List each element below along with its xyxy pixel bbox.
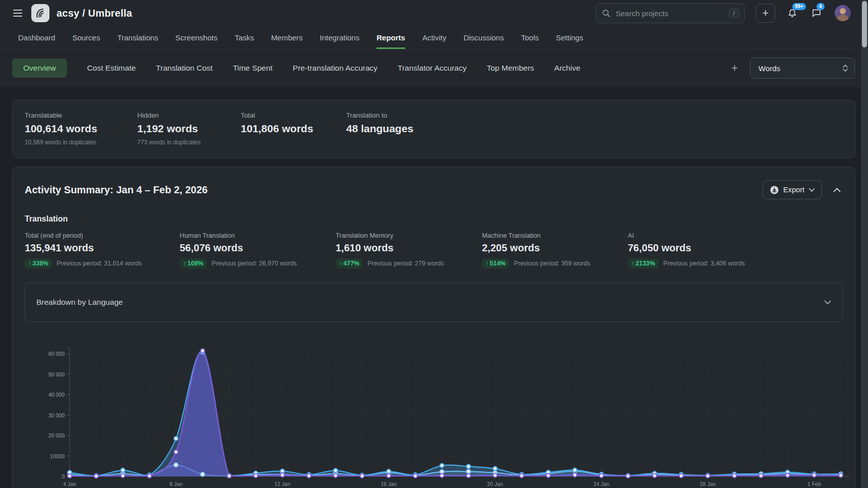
delta-badge: ↑108%	[180, 258, 207, 268]
activity-summary-title: Activity Summary: Jan 4 – Feb 2, 2026	[25, 184, 207, 196]
report-tab-top-members[interactable]: Top Members	[486, 59, 534, 78]
nav-tab-activity[interactable]: Activity	[422, 26, 447, 49]
translation-stat-label: Machine Translation	[482, 232, 628, 239]
translation-stat-meta: ↑2133%Previous period: 3,406 words	[628, 258, 843, 268]
search-box[interactable]: /	[595, 3, 745, 23]
report-tab-pre-translation-accuracy[interactable]: Pre-translation Accuracy	[293, 59, 377, 78]
nav-tab-translations[interactable]: Translations	[117, 26, 158, 49]
activity-head: Activity Summary: Jan 4 – Feb 2, 2026 Ex…	[25, 180, 843, 199]
summary-stat-translatable: Translatable100,614 words10,569 words in…	[25, 112, 137, 146]
project-words-summary-card: Translatable100,614 words10,569 words in…	[12, 100, 855, 158]
primary-nav: DashboardSourcesTranslationsScreenshotsT…	[0, 26, 868, 49]
report-tab-overview[interactable]: Overview	[12, 59, 67, 78]
nav-tab-discussions[interactable]: Discussions	[463, 26, 504, 49]
summary-stat-value: 1,192 words	[137, 123, 241, 135]
summary-stat-label: Total	[241, 112, 346, 119]
svg-text:40 000: 40 000	[48, 392, 65, 398]
svg-text:28 Jan: 28 Jan	[700, 481, 716, 487]
content: Translatable100,614 words10,569 words in…	[0, 100, 868, 488]
notifications-button[interactable]: 99+	[786, 7, 799, 20]
nav-tab-screenshots[interactable]: Screenshots	[176, 26, 218, 49]
page: acsy / Umbrella / + 99+	[0, 0, 868, 488]
translation-stat-meta: ↑108%Previous period: 26,970 words	[180, 258, 336, 268]
nav-tab-reports[interactable]: Reports	[376, 26, 405, 49]
add-project-button[interactable]: +	[756, 4, 775, 23]
collapse-section-button[interactable]	[831, 184, 843, 196]
svg-text:50 000: 50 000	[48, 371, 65, 377]
nav-tab-dashboard[interactable]: Dashboard	[18, 26, 55, 49]
delta-badge: ↑514%	[482, 258, 509, 268]
translation-stat-value: 2,205 words	[482, 242, 628, 254]
svg-text:60 000: 60 000	[48, 351, 65, 357]
summary-stat-value: 101,806 words	[241, 123, 346, 135]
summary-stat-value: 48 languages	[346, 123, 843, 135]
report-tab-cost-estimate[interactable]: Cost Estimate	[87, 59, 136, 78]
translation-stat-label: Translation Memory	[336, 232, 482, 239]
summary-stat-subtext: 10,569 words in duplicates	[25, 139, 137, 146]
summary-stat-total: Total101,806 words	[241, 112, 346, 146]
messages-button[interactable]: 4	[810, 7, 824, 20]
topbar-right: / + 99+ 4	[595, 3, 851, 23]
breakdown-label: Breakdown by Language	[36, 298, 123, 307]
translation-stat-label: Total (end of period)	[25, 232, 180, 239]
translation-stat-translation-memory: Translation Memory1,610 words↑477%Previo…	[336, 232, 482, 268]
activity-area-chart: 01000020 00030 00040 00050 00060 0004 Ja…	[25, 333, 855, 488]
translation-stat-meta: ↑477%Previous period: 279 words	[336, 258, 482, 268]
previous-period-text: Previous period: 31,014 words	[57, 260, 142, 267]
arrow-up-icon: ↑	[28, 260, 31, 267]
nav-tab-sources[interactable]: Sources	[72, 26, 100, 49]
scrollbar-thumb[interactable]	[862, 1, 867, 47]
previous-period-text: Previous period: 359 words	[514, 260, 590, 267]
report-tab-translator-accuracy[interactable]: Translator Accuracy	[398, 59, 466, 78]
svg-text:20 000: 20 000	[48, 432, 65, 439]
arrow-up-icon: ↑	[631, 260, 634, 267]
svg-text:20 Jan: 20 Jan	[487, 481, 503, 487]
delta-badge: ↑338%	[25, 258, 52, 268]
bird-logo-icon	[34, 7, 46, 19]
nav-tab-tasks[interactable]: Tasks	[235, 26, 254, 49]
svg-text:24 Jan: 24 Jan	[593, 481, 610, 487]
activity-summary-card: Activity Summary: Jan 4 – Feb 2, 2026 Ex…	[12, 167, 855, 488]
translation-stat-machine-translation: Machine Translation2,205 words↑514%Previ…	[482, 232, 628, 268]
svg-text:12 Jan: 12 Jan	[275, 481, 291, 487]
export-label: Export	[783, 186, 804, 194]
app-logo[interactable]	[31, 4, 49, 22]
search-input[interactable]	[615, 9, 725, 18]
svg-text:10000: 10000	[50, 453, 65, 459]
breakdown-by-language-toggle[interactable]: Breakdown by Language	[25, 283, 843, 322]
scrollbar-track[interactable]	[861, 0, 868, 488]
summary-stat-translation-to: Translation to48 languages	[346, 112, 843, 146]
translation-stat-ai: AI76,050 words↑2133%Previous period: 3,4…	[628, 232, 843, 268]
report-tab-translation-cost[interactable]: Translation Cost	[156, 59, 212, 78]
report-tab-time-spent[interactable]: Time Spent	[233, 59, 273, 78]
notifications-badge: 99+	[792, 3, 806, 10]
svg-text:0: 0	[62, 473, 65, 479]
svg-text:8 Jan: 8 Jan	[170, 481, 183, 487]
delta-value: 477%	[343, 260, 359, 267]
avatar[interactable]	[835, 5, 851, 21]
caret-down-icon	[809, 188, 815, 192]
nav-tab-integrations[interactable]: Integrations	[320, 26, 359, 49]
summary-stat-subtext: 773 words in duplicates	[137, 139, 241, 146]
nav-tab-members[interactable]: Members	[271, 26, 303, 49]
unit-select[interactable]: Words	[750, 58, 855, 79]
translation-stat-value: 135,941 words	[25, 242, 180, 254]
svg-text:16 Jan: 16 Jan	[381, 481, 397, 487]
messages-badge: 4	[817, 3, 825, 10]
report-tab-archive[interactable]: Archive	[554, 59, 580, 78]
add-report-tab-button[interactable]: +	[726, 60, 743, 77]
delta-value: 338%	[32, 260, 48, 267]
activity-chart: 01000020 00030 00040 00050 00060 0004 Ja…	[25, 333, 843, 488]
summary-grid: Translatable100,614 words10,569 words in…	[25, 112, 843, 146]
download-icon	[770, 186, 779, 194]
translation-stat-value: 76,050 words	[628, 242, 843, 254]
project-title: acsy / Umbrella	[57, 8, 132, 19]
export-button[interactable]: Export	[763, 180, 822, 199]
topbar: acsy / Umbrella / + 99+	[0, 0, 868, 26]
nav-tab-tools[interactable]: Tools	[521, 26, 538, 49]
nav-tab-settings[interactable]: Settings	[556, 26, 583, 49]
previous-period-text: Previous period: 26,970 words	[211, 260, 297, 267]
menu-icon[interactable]	[11, 7, 24, 20]
summary-stat-hidden: Hidden1,192 words773 words in duplicates	[137, 112, 241, 146]
translation-stats: Total (end of period)135,941 words↑338%P…	[25, 232, 843, 268]
